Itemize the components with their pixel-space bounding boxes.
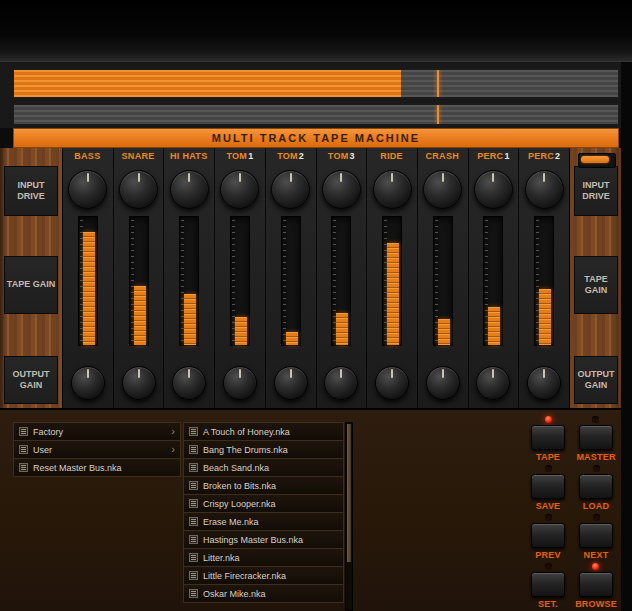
output-gain-knob[interactable] — [527, 366, 561, 400]
chevron-right-icon: › — [171, 426, 175, 437]
output-gain-knob[interactable] — [476, 366, 510, 400]
file-item[interactable]: Crispy Looper.nka — [183, 494, 344, 513]
tape-gain-meter[interactable] — [129, 216, 149, 346]
next-button[interactable] — [579, 523, 613, 548]
tape-gain-meter[interactable] — [382, 216, 402, 346]
control-master: MASTER — [576, 416, 615, 465]
save-button[interactable] — [531, 474, 565, 499]
output-gain-knob[interactable] — [223, 366, 257, 400]
prev-button-label: PREV — [535, 550, 560, 560]
input-drive-knob[interactable] — [271, 170, 310, 209]
knob-pointer-icon — [543, 369, 545, 378]
file-item[interactable]: Beach Sand.nka — [183, 458, 344, 477]
power-switch[interactable] — [578, 153, 616, 168]
file-item-label: Bang The Drums.nka — [203, 445, 288, 455]
load-button[interactable] — [579, 474, 613, 499]
input-drive-knob[interactable] — [373, 170, 412, 209]
tape-gain-meter[interactable] — [78, 216, 98, 346]
file-icon — [189, 445, 198, 454]
set-button[interactable] — [531, 572, 565, 597]
browse-button[interactable] — [579, 572, 613, 597]
channel-strip-bass: BASS — [63, 148, 113, 408]
file-item-label: Litter.nka — [203, 553, 240, 563]
folder-item-user[interactable]: User › — [13, 440, 181, 459]
file-item[interactable]: Bang The Drums.nka — [183, 440, 344, 459]
input-drive-knob[interactable] — [119, 170, 158, 209]
file-item-label: Broken to Bits.nka — [203, 481, 276, 491]
file-list-scrollbar[interactable] — [345, 422, 353, 611]
file-item-label: Crispy Looper.nka — [203, 499, 276, 509]
tape-progress-fill — [14, 70, 401, 97]
output-gain-knob[interactable] — [172, 366, 206, 400]
file-item-label: Erase Me.nka — [203, 517, 259, 527]
tape-progress-bar[interactable] — [13, 69, 619, 98]
prev-button[interactable] — [531, 523, 565, 548]
input-drive-knob[interactable] — [68, 170, 107, 209]
tape-playhead[interactable] — [437, 105, 439, 124]
tape-gain-meter[interactable] — [534, 216, 554, 346]
knob-pointer-icon — [87, 369, 89, 378]
output-gain-knob[interactable] — [71, 366, 105, 400]
folder-item-factory[interactable]: Factory › — [13, 422, 181, 441]
right-input-drive-label: INPUT DRIVE — [574, 166, 618, 216]
tape-gain-meter[interactable] — [179, 216, 199, 346]
folder-icon — [19, 427, 28, 436]
file-icon — [189, 535, 198, 544]
meter-ticks — [536, 220, 539, 342]
title-bar: MULTI TRACK TAPE MACHINE — [13, 128, 619, 148]
tape-gain-meter[interactable] — [230, 216, 250, 346]
tape-gain-meter[interactable] — [281, 216, 301, 346]
knob-pointer-icon — [138, 173, 140, 182]
file-icon — [189, 427, 198, 436]
master-led — [592, 416, 599, 423]
load-button-label: LOAD — [583, 501, 609, 511]
folder-item-reset-master-bus[interactable]: Reset Master Bus.nka › — [13, 458, 181, 477]
output-gain-knob[interactable] — [274, 366, 308, 400]
input-drive-knob[interactable] — [322, 170, 361, 209]
input-drive-knob[interactable] — [220, 170, 259, 209]
output-gain-knob[interactable] — [324, 366, 358, 400]
knob-pointer-icon — [290, 173, 292, 182]
file-item[interactable]: Broken to Bits.nka — [183, 476, 344, 495]
knob-pointer-icon — [492, 369, 494, 378]
channel-label: TOM2 — [277, 148, 304, 164]
channel-label: TOM1 — [226, 148, 253, 164]
file-item[interactable]: Litter.nka — [183, 548, 344, 567]
tape-reel-bar[interactable] — [13, 104, 619, 125]
knob-pointer-icon — [442, 369, 444, 378]
channel-label: SNARE — [122, 148, 156, 164]
file-item[interactable]: Hastings Master Bus.nka — [183, 530, 344, 549]
tape-button[interactable] — [531, 425, 565, 450]
file-icon — [189, 589, 198, 598]
output-gain-knob[interactable] — [122, 366, 156, 400]
input-drive-knob[interactable] — [474, 170, 513, 209]
output-gain-knob[interactable] — [426, 366, 460, 400]
meter-fill — [438, 319, 450, 345]
tape-gain-meter[interactable] — [483, 216, 503, 346]
scrollbar-thumb[interactable] — [347, 424, 351, 562]
knob-pointer-icon — [87, 173, 89, 182]
knob-pointer-icon — [442, 173, 444, 182]
window-chrome — [0, 0, 632, 63]
left-input-drive-label: INPUT DRIVE — [4, 166, 58, 216]
input-drive-knob[interactable] — [525, 170, 564, 209]
tape-gain-meter[interactable] — [433, 216, 453, 346]
file-item[interactable]: A Touch of Honey.nka — [183, 422, 344, 441]
file-item[interactable]: Oskar Mike.nka — [183, 584, 344, 603]
tape-playhead[interactable] — [437, 70, 439, 97]
meter-fill — [539, 289, 551, 345]
meter-fill — [336, 313, 348, 345]
folder-item-label: User — [33, 445, 52, 455]
knob-pointer-icon — [391, 369, 393, 378]
input-drive-knob[interactable] — [170, 170, 209, 209]
control-next: NEXT — [579, 514, 613, 563]
channel-label: HI HATS — [170, 148, 208, 164]
tape-gain-meter[interactable] — [331, 216, 351, 346]
input-drive-knob[interactable] — [423, 170, 462, 209]
master-button[interactable] — [579, 425, 613, 450]
file-item[interactable]: Little Firecracker.nka — [183, 566, 344, 585]
file-item[interactable]: Erase Me.nka — [183, 512, 344, 531]
output-gain-knob[interactable] — [375, 366, 409, 400]
knob-pointer-icon — [188, 173, 190, 182]
load-led — [593, 465, 600, 472]
